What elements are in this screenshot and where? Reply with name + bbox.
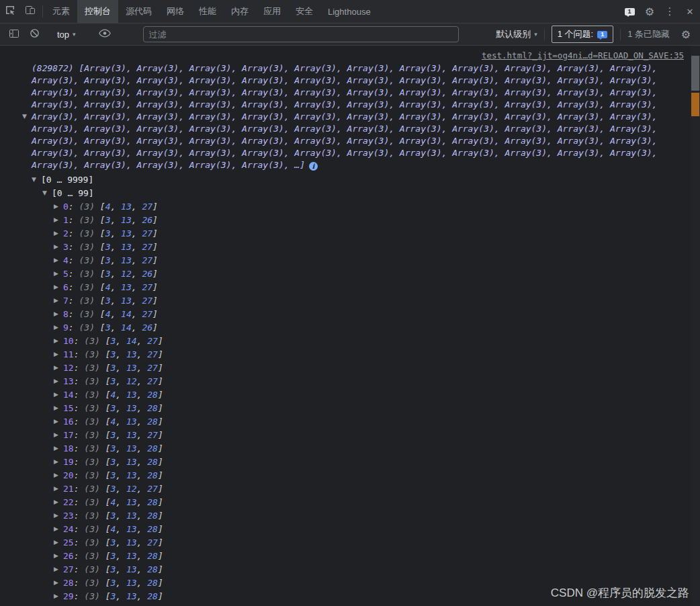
expander-triangle-icon[interactable]: ▶ [54, 378, 63, 384]
expander-triangle-icon[interactable]: ▶ [54, 552, 63, 559]
scrollbar[interactable] [691, 46, 700, 606]
array-item-row[interactable]: ▶26: (3) [3, 13, 28] [54, 549, 665, 562]
array-item-row[interactable]: ▶19: (3) [3, 13, 28] [54, 455, 665, 468]
expander-triangle-icon[interactable]: ▶ [54, 525, 63, 532]
expander-triangle-icon[interactable]: ▶ [54, 297, 63, 304]
inspect-element-button[interactable] [0, 0, 20, 23]
expander-triangle-icon[interactable]: ▼ [22, 113, 27, 120]
expander-triangle-icon[interactable]: ▶ [54, 284, 63, 290]
range-label: [0 … 99] [52, 188, 94, 198]
array-item-row[interactable]: ▶8: (3) [4, 14, 27] [54, 307, 665, 320]
expander-triangle-icon[interactable]: ▶ [54, 404, 63, 411]
expander-triangle-icon[interactable]: ▶ [54, 445, 63, 451]
tab-application[interactable]: 应用 [256, 0, 288, 23]
create-live-expression-button[interactable] [95, 29, 115, 40]
console-settings-button[interactable]: ⚙ [676, 28, 696, 41]
expander-triangle-icon[interactable]: ▶ [54, 230, 63, 236]
info-icon[interactable]: i [309, 162, 318, 171]
expander-triangle-icon[interactable]: ▶ [54, 257, 63, 263]
expander-triangle-icon[interactable]: ▶ [54, 566, 63, 572]
close-devtools-button[interactable]: ✕ [680, 0, 700, 23]
array-index: 25 [63, 537, 74, 548]
console-filter-input[interactable] [143, 26, 459, 42]
settings-button[interactable]: ⚙ [640, 0, 660, 23]
expander-triangle-icon[interactable]: ▶ [54, 364, 63, 371]
eye-icon [99, 29, 111, 40]
array-item-row[interactable]: ▶3: (3) [3, 13, 27] [54, 240, 665, 253]
array-item-row[interactable]: ▶30: (3) [4, 13, 28] [54, 603, 665, 606]
scrollbar-thumb[interactable] [691, 56, 699, 91]
log-levels-dropdown[interactable]: 默认级别 ▾ [496, 28, 537, 40]
expander-triangle-icon[interactable]: ▶ [54, 499, 63, 505]
array-item-row[interactable]: ▶20: (3) [3, 13, 28] [54, 468, 665, 482]
show-console-sidebar-button[interactable] [4, 28, 24, 41]
array-item-row[interactable]: ▶0: (3) [4, 13, 27] [54, 200, 665, 213]
clear-console-button[interactable] [24, 28, 44, 40]
toggle-device-toolbar-button[interactable] [20, 0, 40, 23]
issues-counter-button[interactable]: 1 个问题: 1 [552, 26, 613, 43]
expander-triangle-icon[interactable]: ▶ [54, 243, 63, 250]
array-item-row[interactable]: ▶23: (3) [3, 13, 28] [54, 509, 665, 522]
array-item-row[interactable]: ▶2: (3) [3, 13, 27] [54, 226, 665, 240]
tab-network[interactable]: 网络 [159, 0, 191, 23]
array-item-row[interactable]: ▶6: (3) [4, 13, 27] [54, 280, 665, 294]
expander-triangle-icon[interactable]: ▶ [54, 539, 63, 546]
tab-performance[interactable]: 性能 [191, 0, 224, 23]
javascript-context-selector[interactable]: top ▾ [57, 30, 76, 40]
array-item-row[interactable]: ▶7: (3) [3, 13, 27] [54, 294, 665, 307]
expander-triangle-icon[interactable]: ▶ [54, 458, 63, 465]
array-item-row[interactable]: ▶15: (3) [3, 13, 28] [54, 401, 665, 415]
expander-triangle-icon[interactable]: ▼ [42, 189, 52, 196]
tab-sources[interactable]: 源代码 [118, 0, 159, 23]
array-item-row[interactable]: ▶25: (3) [3, 13, 27] [54, 535, 665, 549]
expander-triangle-icon[interactable]: ▶ [54, 216, 63, 223]
array-item-row[interactable]: ▶22: (3) [4, 13, 28] [54, 495, 665, 509]
array-item-row[interactable]: ▶5: (3) [3, 12, 26] [54, 267, 665, 280]
tab-lighthouse[interactable]: Lighthouse [320, 0, 378, 23]
array-item-row[interactable]: ▶4: (3) [3, 13, 27] [54, 253, 665, 267]
expander-triangle-icon[interactable]: ▶ [54, 485, 63, 492]
tab-security[interactable]: 安全 [288, 0, 320, 23]
array-item-row[interactable]: ▶1: (3) [3, 13, 26] [54, 213, 665, 226]
expander-triangle-icon[interactable]: ▼ [32, 176, 41, 183]
expander-triangle-icon[interactable]: ▶ [54, 324, 63, 331]
tab-elements[interactable]: 元素 [45, 0, 77, 23]
array-item-row[interactable]: ▶17: (3) [3, 13, 27] [54, 428, 665, 441]
array-preview[interactable]: (829872) [Array(3), Array(3), Array(3), … [32, 62, 665, 171]
array-range-group[interactable]: ▼[0 … 99] [42, 186, 665, 200]
array-item-row[interactable]: ▶12: (3) [3, 13, 27] [54, 361, 665, 374]
expander-triangle-icon[interactable]: ▶ [54, 418, 63, 425]
array-index: 20 [63, 470, 74, 480]
array-range-group[interactable]: ▼[0 … 9999] [32, 173, 665, 186]
issue-bubble-icon: 1 [597, 31, 607, 38]
expander-triangle-icon[interactable]: ▶ [54, 203, 63, 210]
expander-triangle-icon[interactable]: ▶ [54, 391, 63, 398]
expander-triangle-icon[interactable]: ▶ [54, 270, 63, 277]
console-messages-badge-button[interactable]: 1 [619, 0, 640, 23]
expander-triangle-icon[interactable]: ▶ [54, 431, 63, 438]
expander-triangle-icon[interactable]: ▶ [54, 579, 63, 586]
array-item-row[interactable]: ▶13: (3) [3, 12, 27] [54, 374, 665, 388]
array-item-row[interactable]: ▶14: (3) [4, 13, 28] [54, 388, 665, 401]
more-options-button[interactable]: ⋮ [660, 0, 680, 23]
source-location-link[interactable]: test.html?_ijt=og4ni…d=RELOAD_ON_SAVE:35 [482, 50, 684, 60]
csdn-watermark: CSDN @程序员的脱发之路 [551, 585, 689, 601]
expander-triangle-icon[interactable]: ▶ [54, 310, 63, 317]
sidebar-panel-icon [9, 28, 19, 41]
expander-triangle-icon[interactable]: ▶ [54, 351, 63, 357]
array-item-row[interactable]: ▶9: (3) [3, 14, 26] [54, 320, 665, 334]
array-item-row[interactable]: ▶10: (3) [3, 14, 27] [54, 334, 665, 347]
array-item-row[interactable]: ▶11: (3) [3, 13, 27] [54, 347, 665, 361]
array-item-row[interactable]: ▶24: (3) [4, 13, 28] [54, 522, 665, 535]
expander-triangle-icon[interactable]: ▶ [54, 472, 63, 478]
array-item-row[interactable]: ▶21: (3) [3, 12, 27] [54, 482, 665, 495]
tab-console[interactable]: 控制台 [77, 0, 118, 23]
array-item-row[interactable]: ▶27: (3) [3, 13, 28] [54, 562, 665, 576]
expander-triangle-icon[interactable]: ▶ [54, 337, 63, 344]
expander-triangle-icon[interactable]: ▶ [54, 593, 63, 599]
array-item-row[interactable]: ▶18: (3) [3, 13, 28] [54, 441, 665, 455]
tab-memory[interactable]: 内存 [224, 0, 256, 23]
expander-triangle-icon[interactable]: ▶ [54, 512, 63, 519]
array-index: 28 [63, 578, 74, 588]
array-item-row[interactable]: ▶16: (3) [4, 13, 28] [54, 415, 665, 428]
